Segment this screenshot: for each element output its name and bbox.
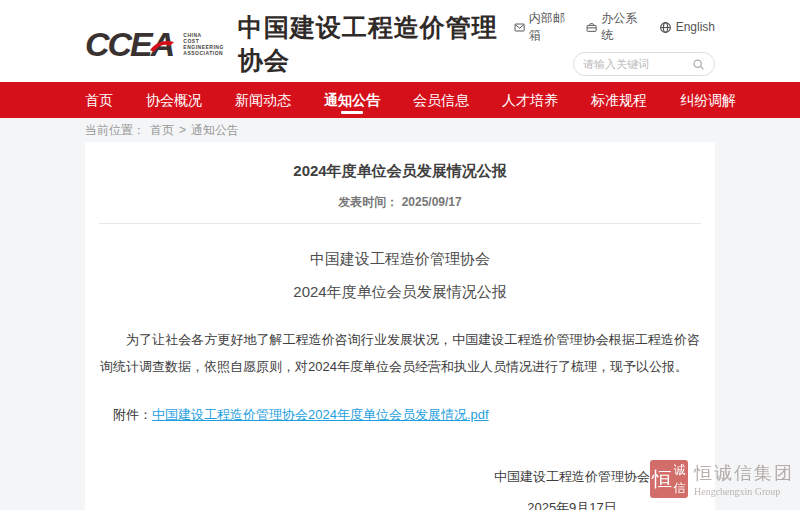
quick-link-label: 内部邮箱: [529, 10, 570, 44]
nav-item-standards[interactable]: 标准规程: [591, 82, 647, 118]
nav-item-talent-training[interactable]: 人才培养: [502, 82, 558, 118]
site-header: CCEA CHINA COST ENGINEERING ASSOCIATION …: [0, 0, 800, 82]
attachment-row: 附件：中国建设工程造价管理协会2024年度单位会员发展情况.pdf: [99, 406, 701, 424]
logo-subtext-line: ASSOCIATION: [183, 50, 224, 56]
signature-org: 中国建设工程造价管理协会: [447, 468, 697, 486]
attachment-pdf-link[interactable]: 中国建设工程造价管理协会2024年度单位会员发展情况.pdf: [152, 407, 489, 422]
nav-item-news[interactable]: 新闻动态: [235, 82, 291, 118]
attachment-label: 附件：: [113, 407, 152, 422]
publish-date: 发表时间： 2025/09/17: [99, 194, 701, 211]
ccea-logo: CCEA: [85, 27, 173, 61]
document-org-heading: 中国建设工程造价管理协会: [99, 250, 701, 269]
header-quick-links: 内部邮箱 办公系统 English: [514, 10, 715, 44]
site-logo[interactable]: CCEA CHINA COST ENGINEERING ASSOCIATION …: [85, 0, 514, 82]
breadcrumb-bar: 当前位置： 首页 > 通知公告: [0, 118, 800, 142]
nav-item-home[interactable]: 首页: [85, 82, 113, 118]
nav-item-dispute-mediation[interactable]: 纠纷调解: [680, 82, 736, 118]
header-search-box: [573, 52, 715, 76]
logo-subtext: CHINA COST ENGINEERING ASSOCIATION: [183, 32, 224, 56]
search-input[interactable]: [583, 58, 692, 70]
breadcrumb: 当前位置： 首页 > 通知公告: [85, 122, 715, 139]
office-system-link[interactable]: 办公系统: [586, 10, 642, 44]
signature-date: 2025年9月17日: [447, 499, 697, 510]
internal-mail-link[interactable]: 内部邮箱: [514, 10, 570, 44]
org-name-title: 中国建设工程造价管理协会: [238, 11, 514, 77]
quick-link-label: 办公系统: [601, 10, 642, 44]
nav-item-member-info[interactable]: 会员信息: [413, 82, 469, 118]
briefcase-icon: [586, 21, 597, 34]
main-nav: 首页 协会概况 新闻动态 通知公告 会员信息 人才培养 标准规程 纠纷调解: [0, 82, 800, 118]
english-link[interactable]: English: [659, 10, 715, 44]
nav-item-association-overview[interactable]: 协会概况: [146, 82, 202, 118]
document-title-heading: 2024年度单位会员发展情况公报: [99, 283, 701, 302]
signature-block: 中国建设工程造价管理协会 2025年9月17日: [447, 468, 697, 510]
nav-item-notices[interactable]: 通知公告: [324, 82, 380, 118]
article-title: 2024年度单位会员发展情况公报: [99, 162, 701, 181]
search-icon[interactable]: [692, 58, 705, 71]
breadcrumb-current: 通知公告: [191, 122, 239, 139]
breadcrumb-prefix: 当前位置：: [85, 122, 145, 139]
mail-icon: [514, 21, 525, 34]
globe-icon: [659, 21, 672, 34]
quick-link-label: English: [676, 20, 715, 34]
title-divider: [99, 223, 701, 224]
breadcrumb-separator: >: [179, 123, 186, 137]
breadcrumb-home-link[interactable]: 首页: [150, 122, 174, 139]
document-paragraph: 为了让社会各方更好地了解工程造价咨询行业发展状况，中国建设工程造价管理协会根据工…: [99, 326, 701, 380]
logo-acronym: CCEA: [85, 25, 173, 63]
article-card: 2024年度单位会员发展情况公报 发表时间： 2025/09/17 中国建设工程…: [85, 142, 715, 510]
